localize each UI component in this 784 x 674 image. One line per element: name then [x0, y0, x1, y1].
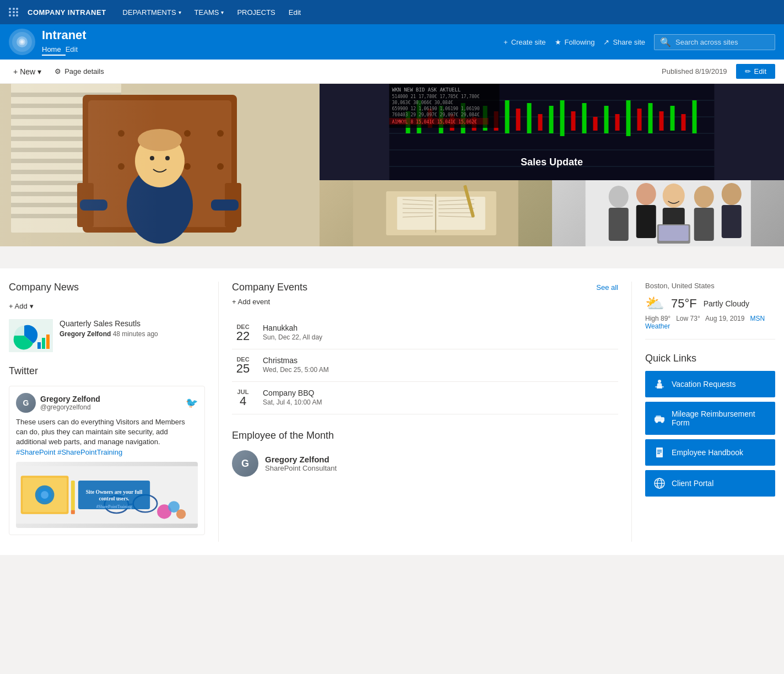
- news-title[interactable]: Quarterly Sales Resutls: [60, 319, 205, 328]
- tweet-card: G Gregory Zelfond @gregoryzelfond 🐦 Thes…: [9, 386, 205, 535]
- tweet-user: G Gregory Zelfond @gregoryzelfond: [16, 393, 100, 413]
- svg-point-101: [694, 186, 713, 208]
- stock-chart-svg: WKN NEW BID ASK AKTUELL 514000 21 17,780…: [320, 84, 784, 180]
- new-button[interactable]: + New ▾: [9, 65, 46, 78]
- tweet-text: These users can do everything Visitors a…: [16, 417, 198, 457]
- meeting-svg: [552, 180, 785, 246]
- svg-rect-4: [11, 84, 121, 233]
- hero-meeting-image[interactable]: [552, 180, 785, 246]
- logo-inner: [12, 32, 32, 52]
- quick-link-client-portal[interactable]: Client Portal: [645, 470, 775, 497]
- mileage-label: Mileage Reimbursement Form: [672, 409, 766, 427]
- hero-book-image[interactable]: [320, 180, 552, 246]
- svg-point-134: [661, 420, 664, 423]
- svg-point-23: [118, 163, 125, 170]
- svg-text:A1MKYL  8  15,041€  15,041€  1: A1MKYL 8 15,041€ 15,041€ 15,062€: [392, 120, 477, 125]
- see-all-link[interactable]: See all: [596, 283, 618, 292]
- add-news-button[interactable]: + Add ▾: [9, 302, 205, 310]
- weather-main: ⛅ 75°F Partly Cloudy: [645, 294, 775, 312]
- svg-rect-66: [671, 106, 675, 131]
- weather-description: Partly Cloudy: [704, 299, 749, 308]
- event-day: 4: [232, 395, 254, 407]
- eom-avatar: G: [232, 450, 258, 477]
- tweet-user-info: Gregory Zelfond @gregoryzelfond: [40, 395, 100, 411]
- following-button[interactable]: ★ Following: [555, 38, 595, 46]
- svg-rect-53: [527, 103, 532, 133]
- eom-title: Employee of the Month: [232, 430, 618, 441]
- weather-location: Boston, United States: [645, 282, 775, 290]
- svg-point-99: [662, 184, 684, 208]
- news-author: Gregory Zelfond: [60, 330, 111, 338]
- top-navigation: COMPANY INTRANET DEPARTMENTS ▾ TEAMS ▾ P…: [0, 0, 784, 24]
- quick-link-mileage[interactable]: Mileage Reimbursement Form: [645, 402, 775, 435]
- nav-projects[interactable]: PROJECTS: [231, 0, 280, 24]
- nav-teams[interactable]: TEAMS ▾: [189, 0, 230, 24]
- svg-rect-58: [582, 103, 587, 133]
- site-nav-home[interactable]: Home: [42, 44, 66, 56]
- event-item-christmas: DEC 25 Christmas Wed, Dec 25, 5:00 AM: [232, 349, 618, 382]
- svg-rect-17: [83, 95, 237, 233]
- tweet-image: Site Owners are your full control users.…: [16, 462, 198, 528]
- news-thumbnail[interactable]: [9, 319, 53, 352]
- search-input[interactable]: [675, 38, 769, 46]
- tweet-handle: @gregoryzelfond: [40, 403, 100, 411]
- create-site-button[interactable]: + Create site: [504, 38, 545, 46]
- eom-name: Gregory Zelfond: [265, 455, 337, 464]
- settings-icon: ⚙: [55, 67, 61, 76]
- site-header-actions: + Create site ★ Following ↗ Share site 🔍: [504, 34, 775, 50]
- tweet-name: Gregory Zelfond: [40, 395, 100, 403]
- vacation-label: Vacation Requests: [672, 380, 736, 389]
- svg-point-28: [135, 134, 185, 187]
- svg-rect-131: [655, 386, 664, 387]
- handbook-svg-icon: [654, 447, 665, 458]
- svg-rect-102: [694, 208, 713, 241]
- event-time: Sat, Jul 4, 10:00 AM: [263, 398, 618, 406]
- event-day: 25: [232, 363, 254, 375]
- svg-text:30,063€  30,066€  30,084€: 30,063€ 30,066€ 30,084€: [392, 100, 453, 105]
- quick-links-title: Quick Links: [645, 353, 775, 364]
- news-item: Quarterly Sales Resutls Gregory Zelfond …: [9, 319, 205, 352]
- client-portal-icon: [654, 478, 665, 489]
- svg-rect-104: [721, 205, 741, 238]
- toolbar-left: + New ▾ ⚙ Page details: [9, 65, 662, 78]
- sharepoint-icon: [15, 35, 29, 48]
- svg-point-19: [118, 130, 125, 137]
- waffle-menu[interactable]: [9, 8, 19, 17]
- site-logo: [9, 29, 35, 55]
- svg-point-130: [658, 380, 661, 383]
- toolbar-right: Published 8/19/2019 ✏ Edit: [662, 64, 775, 79]
- nav-departments[interactable]: DEPARTMENTS ▾: [117, 0, 187, 24]
- search-box[interactable]: 🔍: [654, 34, 775, 50]
- svg-rect-52: [516, 109, 521, 131]
- share-site-button[interactable]: ↗ Share site: [603, 38, 645, 46]
- page-details-button[interactable]: ⚙ Page details: [55, 67, 104, 76]
- vacation-svg-icon: [654, 379, 665, 390]
- svg-rect-98: [636, 205, 656, 238]
- hero-main-image[interactable]: [0, 84, 320, 246]
- event-name: Christmas: [263, 356, 618, 365]
- tweet-hashtags[interactable]: #SharePoint #SharePointTraining: [16, 448, 122, 456]
- weather-section: Boston, United States ⛅ 75°F Partly Clou…: [645, 282, 775, 339]
- svg-rect-55: [549, 106, 554, 133]
- svg-rect-32: [77, 183, 94, 227]
- svg-rect-54: [538, 114, 543, 131]
- quick-link-vacation[interactable]: Vacation Requests: [645, 371, 775, 397]
- svg-point-27: [127, 166, 193, 244]
- svg-rect-118: [71, 481, 75, 514]
- add-event-button[interactable]: + Add event: [232, 298, 618, 306]
- svg-rect-60: [604, 106, 609, 133]
- quick-link-handbook[interactable]: Employee Handbook: [645, 439, 775, 466]
- svg-rect-61: [615, 114, 620, 131]
- svg-rect-56: [560, 100, 565, 136]
- svg-text:514000  21  17,780€  17,785€  : 514000 21 17,780€ 17,785€ 17,780€: [392, 94, 480, 99]
- svg-rect-111: [46, 335, 50, 349]
- svg-text:760403  29  29,097€  29,097€  : 760403 29 29,097€ 29,097€ 29,084€: [392, 112, 480, 117]
- svg-text:659900  12  1,06190  1,06190  : 659900 12 1,06190 1,06190 1,06190: [392, 106, 480, 111]
- event-time: Wed, Dec 25, 5:00 AM: [263, 366, 618, 374]
- site-nav-edit[interactable]: Edit: [66, 44, 82, 56]
- svg-rect-110: [42, 338, 45, 349]
- svg-rect-3: [0, 84, 320, 246]
- hero-stock-image[interactable]: WKN NEW BID ASK AKTUELL 514000 21 17,780…: [320, 84, 784, 180]
- edit-button[interactable]: ✏ Edit: [736, 64, 775, 79]
- nav-edit[interactable]: Edit: [283, 0, 306, 24]
